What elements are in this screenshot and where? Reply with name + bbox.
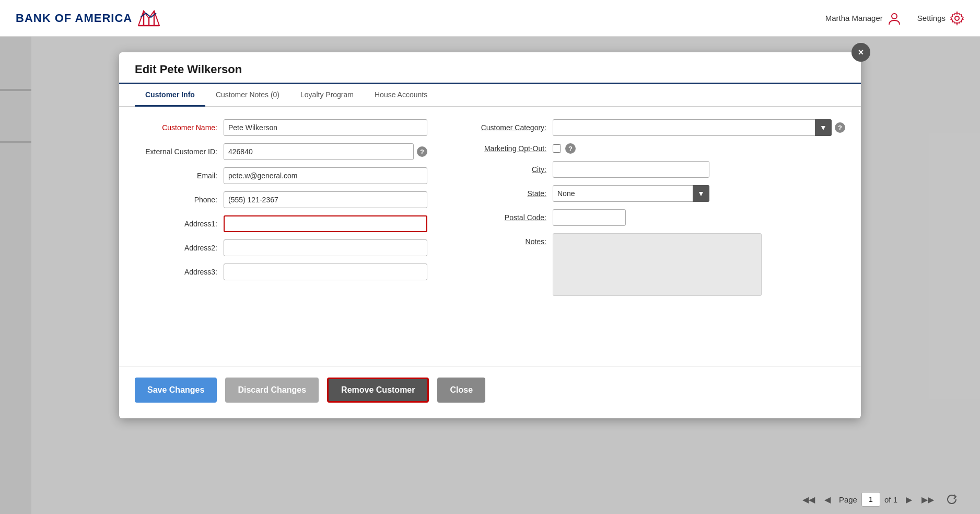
logo: BANK OF AMERICA [16,9,161,28]
marketing-optout-container: ? [553,143,576,154]
svg-point-6 [955,16,959,20]
tab-loyalty-program[interactable]: Loyalty Program [290,84,364,107]
customer-category-container: ▼ ? [553,119,845,136]
state-label: State: [459,189,553,198]
phone-input[interactable] [224,191,427,208]
tab-customer-info[interactable]: Customer Info [135,84,205,107]
postal-code-input[interactable] [553,209,626,226]
modal-dialog: × Edit Pete Wilkerson Customer Info Cust… [119,52,861,418]
postal-code-label: Postal Code: [459,213,553,222]
phone-label: Phone: [135,196,224,204]
phone-row: Phone: [135,191,427,208]
customer-category-label: Customer Category: [459,123,553,132]
refresh-icon [946,494,958,505]
logo-text: BANK OF AMERICA [16,12,132,25]
form-right: Customer Category: ▼ ? [459,119,845,354]
pagination-footer: ◀◀ ◀ Page of 1 ▶ ▶▶ [0,485,980,514]
user-name: Martha Manager [825,14,883,22]
postal-code-row: Postal Code: [459,209,845,226]
discard-changes-button[interactable]: Discard Changes [225,378,319,403]
marketing-optout-help-icon[interactable]: ? [565,143,576,154]
tabs-container: Customer Info Customer Notes (0) Loyalty… [119,84,861,107]
customer-name-input[interactable] [224,119,427,136]
modal-close-button[interactable]: × [851,43,870,62]
modal-title: Edit Pete Wilkerson [135,63,845,83]
customer-name-label: Customer Name: [135,123,224,132]
state-select-wrapper: None ▼ [553,185,709,202]
header-right: Martha Manager Settings [825,11,964,26]
user-icon [887,11,902,26]
customer-name-row: Customer Name: [135,119,427,136]
state-select[interactable]: None [553,185,709,202]
address2-row: Address2: [135,239,427,256]
settings-menu[interactable]: Settings [917,11,964,26]
modal-body: Customer Name: External Customer ID: ? [119,107,861,367]
gear-icon [950,11,964,26]
city-input[interactable] [553,161,709,178]
email-label: Email: [135,172,224,180]
logo-icon [136,9,161,28]
customer-category-select[interactable] [553,119,832,136]
address3-input[interactable] [224,264,427,280]
external-id-label: External Customer ID: [135,147,224,156]
form-left: Customer Name: External Customer ID: ? [135,119,427,354]
address3-row: Address3: [135,264,427,280]
external-id-container: ? [224,143,427,160]
svg-point-5 [892,14,897,19]
page-background: × Edit Pete Wilkerson Customer Info Cust… [0,37,980,514]
user-menu[interactable]: Martha Manager [825,11,902,26]
close-button[interactable]: Close [437,378,485,403]
external-id-row: External Customer ID: ? [135,143,427,160]
city-label: City: [459,165,553,174]
modal-overlay: × Edit Pete Wilkerson Customer Info Cust… [0,37,980,514]
notes-label: Notes: [459,233,553,246]
refresh-button[interactable] [944,492,959,507]
external-id-help-icon[interactable]: ? [417,146,427,157]
address1-row: Address1: [135,215,427,232]
of-label: of 1 [884,495,897,504]
customer-category-help-icon[interactable]: ? [835,122,845,133]
city-row: City: [459,161,845,178]
address2-input[interactable] [224,239,427,256]
marketing-optout-checkbox[interactable] [553,144,561,153]
prev-page-button[interactable]: ◀ [820,492,835,507]
settings-label: Settings [917,14,946,22]
marketing-optout-row: Marketing Opt-Out: ? [459,143,845,154]
header: BANK OF AMERICA Martha Manager Settings [0,0,980,37]
external-id-input[interactable] [224,143,414,160]
address3-label: Address3: [135,268,224,276]
first-page-button[interactable]: ◀◀ [801,492,816,507]
modal-header: Edit Pete Wilkerson [119,52,861,84]
customer-category-row: Customer Category: ▼ ? [459,119,845,136]
save-changes-button[interactable]: Save Changes [135,378,217,403]
page-label: Page [839,495,857,504]
address1-input[interactable] [224,215,427,232]
state-row: State: None ▼ [459,185,845,202]
next-page-button[interactable]: ▶ [902,492,916,507]
remove-customer-button[interactable]: Remove Customer [327,378,429,403]
address1-label: Address1: [135,220,224,228]
tab-customer-notes[interactable]: Customer Notes (0) [205,84,290,107]
address2-label: Address2: [135,244,224,252]
notes-textarea[interactable] [553,233,762,296]
modal-footer: Save Changes Discard Changes Remove Cust… [119,367,861,418]
page-number-input[interactable] [861,492,880,507]
tab-house-accounts[interactable]: House Accounts [364,84,438,107]
marketing-optout-label: Marketing Opt-Out: [459,144,553,153]
last-page-button[interactable]: ▶▶ [920,492,935,507]
email-input[interactable] [224,167,427,184]
customer-category-select-wrapper: ▼ [553,119,832,136]
form-section: Customer Name: External Customer ID: ? [135,119,845,354]
notes-row: Notes: [459,233,845,296]
email-row: Email: [135,167,427,184]
